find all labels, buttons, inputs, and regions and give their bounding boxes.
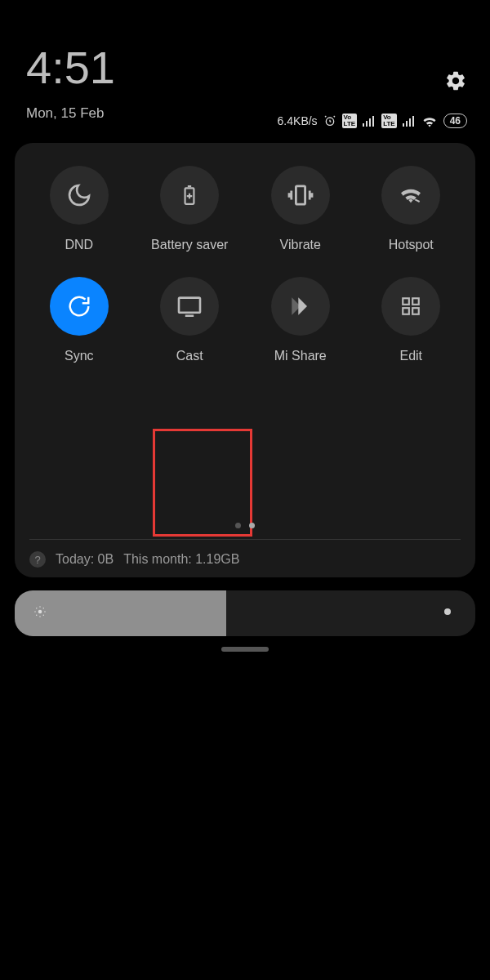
svg-rect-1 (363, 123, 364, 127)
tile-dnd[interactable]: DND (30, 166, 128, 252)
volte-badge-2: VoLTE (381, 114, 397, 128)
svg-rect-6 (406, 121, 408, 127)
svg-point-17 (38, 610, 42, 614)
tile-dnd-circle (50, 166, 109, 225)
tile-edit-label: Edit (399, 349, 422, 363)
page-dot-1 (235, 523, 241, 528)
svg-rect-5 (403, 123, 404, 127)
svg-point-23 (43, 615, 45, 617)
nav-handle[interactable] (221, 647, 269, 652)
signal-icon-2 (403, 115, 416, 127)
svg-rect-3 (369, 118, 371, 127)
tile-edit-circle (381, 277, 440, 336)
network-speed: 6.4KB/s (278, 114, 318, 127)
tile-mishare[interactable]: Mi Share (252, 277, 350, 363)
battery-level: 46 (443, 114, 467, 128)
tile-sync-label: Sync (65, 349, 94, 363)
tile-vibrate-circle (271, 166, 330, 225)
brightness-slider[interactable] (15, 590, 475, 636)
tile-hotspot[interactable]: Hotspot (362, 166, 460, 252)
svg-rect-4 (372, 116, 374, 127)
svg-rect-2 (366, 121, 368, 127)
tile-hotspot-label: Hotspot (389, 238, 434, 252)
gear-icon (444, 69, 467, 92)
quick-settings-panel: DND Battery saver Vibrate (15, 143, 475, 577)
cast-icon (176, 296, 203, 317)
usage-today: Today: 0B (56, 552, 114, 567)
svg-point-22 (36, 608, 38, 609)
usage-month: This month: 1.19GB (123, 552, 239, 567)
tile-battery-label: Battery saver (151, 238, 228, 252)
tile-cast-label: Cast (176, 349, 203, 363)
svg-point-21 (44, 611, 46, 612)
page-dot-2 (249, 523, 255, 528)
volte-badge-1: VoLTE (342, 114, 358, 128)
svg-point-24 (36, 615, 38, 617)
tile-dnd-label: DND (65, 238, 93, 252)
battery-plus-icon (179, 182, 200, 208)
tile-vibrate[interactable]: Vibrate (252, 166, 350, 252)
tile-cast[interactable]: Cast (140, 277, 238, 363)
svg-rect-10 (296, 186, 305, 204)
svg-rect-8 (412, 116, 414, 127)
svg-rect-16 (412, 308, 419, 314)
brightness-high-icon (438, 602, 457, 625)
signal-icon-1 (363, 115, 376, 127)
svg-rect-7 (409, 118, 411, 127)
help-icon: ? (29, 551, 46, 568)
page-indicator[interactable] (15, 523, 475, 528)
alarm-icon (323, 114, 336, 127)
svg-point-25 (43, 608, 45, 609)
svg-point-26 (444, 608, 451, 615)
moon-icon (66, 182, 92, 208)
tile-sync[interactable]: Sync (30, 277, 128, 363)
svg-rect-12 (179, 298, 200, 313)
tile-vibrate-label: Vibrate (280, 238, 321, 252)
tile-mishare-circle (271, 277, 330, 336)
clock-time: 4:51 (26, 45, 115, 91)
svg-point-18 (39, 606, 41, 608)
cast-highlight (153, 429, 252, 537)
svg-point-19 (39, 616, 41, 617)
tile-battery-saver[interactable]: Battery saver (140, 166, 238, 252)
svg-rect-13 (403, 298, 410, 305)
brightness-low-icon (33, 604, 47, 622)
svg-point-20 (34, 611, 36, 612)
tile-mishare-label: Mi Share (274, 349, 327, 363)
settings-button[interactable] (444, 69, 467, 96)
status-bar: 4:51 Mon, 15 Feb (0, 0, 490, 122)
tile-edit[interactable]: Edit (362, 277, 460, 363)
tile-sync-circle (50, 277, 109, 336)
vibrate-icon (287, 184, 314, 207)
tiles-grid: DND Battery saver Vibrate (28, 166, 462, 363)
wifi-icon (421, 114, 438, 127)
grid-icon (400, 296, 421, 317)
status-date: Mon, 15 Feb (26, 105, 115, 122)
svg-rect-15 (403, 308, 410, 314)
tile-cast-circle (160, 277, 219, 336)
tile-battery-circle (160, 166, 219, 225)
hotspot-icon (398, 185, 424, 206)
mishare-icon (287, 295, 314, 318)
sync-icon (67, 294, 91, 318)
tile-hotspot-circle (381, 166, 440, 225)
svg-rect-14 (412, 298, 419, 305)
time-block: 4:51 Mon, 15 Feb (26, 45, 115, 122)
panel-divider (29, 539, 461, 540)
data-usage-row[interactable]: ? Today: 0B This month: 1.19GB (29, 551, 239, 568)
